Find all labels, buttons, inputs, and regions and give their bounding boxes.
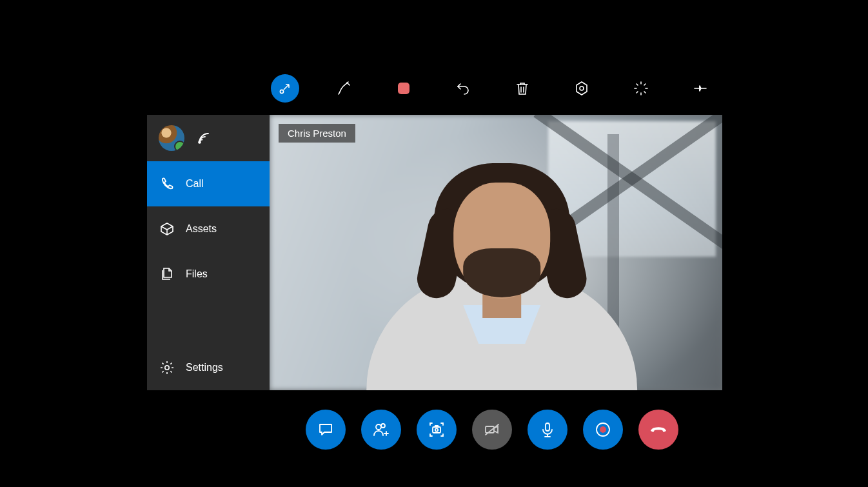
- svg-point-3: [199, 141, 201, 143]
- pin-button[interactable]: [686, 74, 715, 103]
- participant-name-tag: Chris Preston: [279, 124, 355, 143]
- sidebar-item-label: Call: [186, 178, 204, 190]
- microphone-button[interactable]: [528, 410, 567, 450]
- delete-button[interactable]: [508, 74, 537, 103]
- chat-button[interactable]: [306, 410, 346, 450]
- svg-point-12: [600, 426, 606, 433]
- gear-icon: [159, 360, 175, 375]
- call-controls: [306, 410, 678, 450]
- svg-rect-1: [398, 83, 409, 94]
- sidebar-item-assets[interactable]: Assets: [147, 206, 270, 252]
- sidebar-item-call[interactable]: Call: [147, 161, 270, 206]
- svg-point-6: [381, 424, 385, 428]
- sidebar-header: [147, 115, 270, 161]
- box-icon: [159, 221, 175, 237]
- presence-online-icon: [174, 141, 184, 151]
- screenshot-button[interactable]: [417, 410, 457, 450]
- sidebar-item-label: Settings: [186, 362, 223, 373]
- sidebar-item-label: Assets: [186, 223, 217, 235]
- sidebar-item-settings[interactable]: Settings: [147, 345, 270, 390]
- end-call-button[interactable]: [638, 410, 678, 450]
- svg-point-8: [435, 428, 438, 431]
- undo-button[interactable]: [449, 74, 477, 103]
- sidebar-item-label: Files: [186, 268, 208, 280]
- svg-rect-7: [433, 427, 440, 433]
- files-icon: [159, 266, 175, 282]
- video-feed: Chris Preston: [270, 115, 722, 390]
- user-avatar[interactable]: [159, 125, 184, 151]
- collapse-arrow-button[interactable]: [271, 74, 299, 103]
- svg-point-0: [280, 90, 283, 93]
- top-toolbar: [271, 74, 722, 103]
- svg-point-5: [376, 424, 381, 430]
- hololens-marker-button[interactable]: [567, 74, 596, 103]
- expand-button[interactable]: [627, 74, 655, 103]
- record-button[interactable]: [583, 410, 623, 450]
- annotate-pen-button[interactable]: [330, 74, 359, 103]
- participant-figure: [353, 145, 650, 390]
- sidebar-item-files[interactable]: Files: [147, 252, 270, 297]
- annotation-color-button[interactable]: [390, 74, 418, 103]
- phone-icon: [159, 176, 175, 192]
- add-participant-button[interactable]: [361, 410, 401, 450]
- sidebar: Call Assets: [147, 115, 270, 390]
- svg-point-2: [580, 86, 584, 90]
- svg-point-4: [165, 366, 169, 370]
- camera-off-button[interactable]: [472, 410, 512, 450]
- main-panel: Call Assets: [147, 115, 722, 390]
- svg-rect-10: [546, 423, 549, 431]
- signal-icon: [196, 130, 212, 146]
